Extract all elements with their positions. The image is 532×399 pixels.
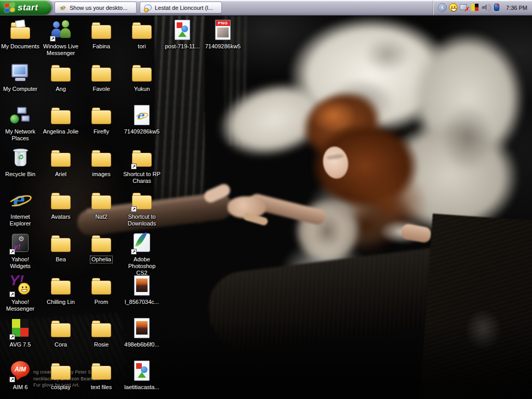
recycle-icon: ♻ <box>8 145 33 170</box>
aim-icon: AIM↗ <box>8 358 33 383</box>
desktop-icon-avatars[interactable]: Avatars <box>41 188 81 220</box>
start-button-label: start <box>18 3 38 13</box>
avg-antivirus-tray-icon[interactable] <box>471 3 480 12</box>
desktop-icon-my-computer[interactable]: My Computer <box>0 60 41 92</box>
hide-inactive-icons-icon[interactable]: ‹ <box>438 3 447 12</box>
desktop-icon-yahoo-widgets[interactable]: ⚙y!↗Yahoo! Widgets <box>0 231 41 270</box>
desktop-icon-images[interactable]: images <box>81 145 122 178</box>
desktop-icon-nat2[interactable]: Nat2 <box>81 188 122 220</box>
desktop-icon-aim-6[interactable]: AIM↗AIM 6 <box>0 358 41 391</box>
taskbar: start eShow us your deskto...Lestat de L… <box>0 0 532 16</box>
desktop-icon-recycle-bin[interactable]: ♻Recycle Bin <box>0 145 41 178</box>
mynetwork-icon <box>8 103 33 128</box>
icon-label: Rosie <box>93 341 110 348</box>
desktop-icon-text-files[interactable]: text files <box>81 358 122 391</box>
folder-icon <box>89 231 114 256</box>
icon-label: Ophelia <box>90 256 112 263</box>
desktop-icon-l-8567034c[interactable]: l_8567034c... <box>122 273 162 305</box>
shortcut-arrow-overlay: ↗ <box>131 164 137 169</box>
desktop-icon-cora[interactable]: Cora <box>41 316 81 348</box>
desktop-icon-adobe-photoshop-cs2[interactable]: ↗Adobe Photoshop CS2 <box>122 231 162 276</box>
folder-icon <box>48 145 73 170</box>
ywidgets-icon: ⚙y!↗ <box>8 231 33 256</box>
desktop-screen: ng cream dress by Peter Soronen. necklac… <box>0 0 532 399</box>
psd-icon: ↗ <box>129 231 154 256</box>
folder-icon <box>89 145 114 170</box>
desktop-icon-71409286kw5[interactable]: PNG71409286kw5 <box>203 18 243 50</box>
icon-label: 71409286kw5 <box>204 43 242 50</box>
aim-tray-icon[interactable] <box>493 3 501 12</box>
desktop-icon-ang[interactable]: Ang <box>41 60 81 92</box>
icon-label: Chilling Lin <box>46 299 76 305</box>
desktop-icon-my-documents[interactable]: My Documents <box>0 18 41 50</box>
folder-icon: ↗ <box>129 188 154 213</box>
desktop-icon-shortcut-to-rp-charas[interactable]: ↗Shortcut to RP Charas <box>122 145 162 184</box>
ie-icon: e <box>8 188 33 213</box>
icon-label: Favole <box>91 86 111 92</box>
htmlfile-icon: e <box>129 103 154 128</box>
taskbar-window-lestat-de-lioncourt-l[interactable]: Lestat de Lioncourt (l... <box>140 2 222 14</box>
desktop-icons-layer: My DocumentsMy ComputerMy Network Places… <box>0 0 532 399</box>
desktop-icon-laetitiacasta[interactable]: laetitiacasta... <box>122 358 162 391</box>
desktop-icon-angelina-jolie[interactable]: Angelina Jolie <box>41 103 81 135</box>
desktop-icon-shortcut-to-downloads[interactable]: ↗Shortcut to Downloads <box>122 188 162 227</box>
folder-icon <box>48 316 73 341</box>
desktop-icon-yahoo-messenger[interactable]: Y!↗Yahoo! Messenger <box>0 273 41 312</box>
imgthumb-icon <box>129 316 154 341</box>
desktop-icon-firefly[interactable]: Firefly <box>81 103 122 135</box>
shortcut-arrow-overlay: ↗ <box>131 206 137 212</box>
icon-label: l_8567034c... <box>124 299 160 305</box>
icon-label: Yahoo! Messenger <box>0 299 41 312</box>
folder-icon <box>89 60 114 85</box>
desktop-icon-71409286kw5[interactable]: e71409286kw5 <box>122 103 162 135</box>
icon-label: text files <box>90 384 113 391</box>
desktop-icon-internet-explorer[interactable]: eInternet Explorer <box>0 188 41 227</box>
folder-icon <box>89 18 114 43</box>
desktop-icon-chilling-lin[interactable]: Chilling Lin <box>41 273 81 305</box>
volume-tray-icon[interactable] <box>482 3 490 12</box>
desktop-icon-ophelia[interactable]: Ophelia <box>81 231 122 263</box>
desktop-icon-yukun[interactable]: Yukun <box>122 60 162 92</box>
folder-icon <box>89 188 114 213</box>
internet-explorer-icon: e <box>59 4 67 12</box>
network-disconnected-tray-icon[interactable]: ✗ <box>460 3 469 12</box>
start-button[interactable]: start <box>0 0 51 15</box>
icon-label: My Documents <box>0 43 40 50</box>
desktop-icon-my-network-places[interactable]: My Network Places <box>0 103 41 142</box>
taskbar-window-label: Lestat de Lioncourt (l... <box>155 5 213 11</box>
shortcut-arrow-overlay: ↗ <box>9 291 15 297</box>
folder-icon <box>48 358 73 383</box>
desktop-icon-bea[interactable]: Bea <box>41 231 81 263</box>
desktop-icon-498eb6b6f0[interactable]: 498eb6b6f0... <box>122 316 162 348</box>
desktop-icon-prom[interactable]: Prom <box>81 273 122 305</box>
icon-label: AVG 7.5 <box>9 341 32 348</box>
icon-label: images <box>91 171 111 178</box>
desktop-icon-cosplay[interactable]: cosplay <box>41 358 81 391</box>
desktop-icon-tori[interactable]: tori <box>122 18 162 50</box>
taskbar-window-show-us-your-deskto[interactable]: eShow us your deskto... <box>55 2 137 14</box>
icon-label: 71409286kw5 <box>123 128 161 135</box>
mydocs-icon <box>8 18 33 43</box>
icon-label: Shortcut to RP Charas <box>122 171 162 184</box>
shortcut-arrow-overlay: ↗ <box>131 249 137 255</box>
folder-icon <box>48 103 73 128</box>
imgthumb-icon <box>129 273 154 298</box>
icon-label: AIM 6 <box>12 384 29 391</box>
folder-icon <box>48 60 73 85</box>
desktop-icon-windows-live-messenger[interactable]: ↗Windows Live Messenger <box>41 18 81 57</box>
desktop-icon-rosie[interactable]: Rosie <box>81 316 122 348</box>
taskbar-clock[interactable]: 7:36 PM <box>506 5 527 11</box>
icon-label: Ang <box>55 86 67 92</box>
desktop-icon-ariel[interactable]: Ariel <box>41 145 81 178</box>
folder-icon <box>89 103 114 128</box>
desktop-icon-fabina[interactable]: Fabina <box>81 18 122 50</box>
icon-label: Recycle Bin <box>4 171 36 178</box>
taskbar-window-buttons: eShow us your deskto...Lestat de Lioncou… <box>55 2 222 14</box>
taskbar-window-label: Show us your deskto... <box>70 5 127 11</box>
desktop-icon-favole[interactable]: Favole <box>81 60 122 92</box>
desktop-icon-avg-7-5[interactable]: ↗AVG 7.5 <box>0 316 41 348</box>
desktop-icon-post-719-11[interactable]: post-719-11... <box>162 18 203 50</box>
folder-icon <box>129 18 154 43</box>
icon-label: Prom <box>94 299 109 305</box>
yahoo-messenger-tray-icon[interactable] <box>449 3 458 12</box>
